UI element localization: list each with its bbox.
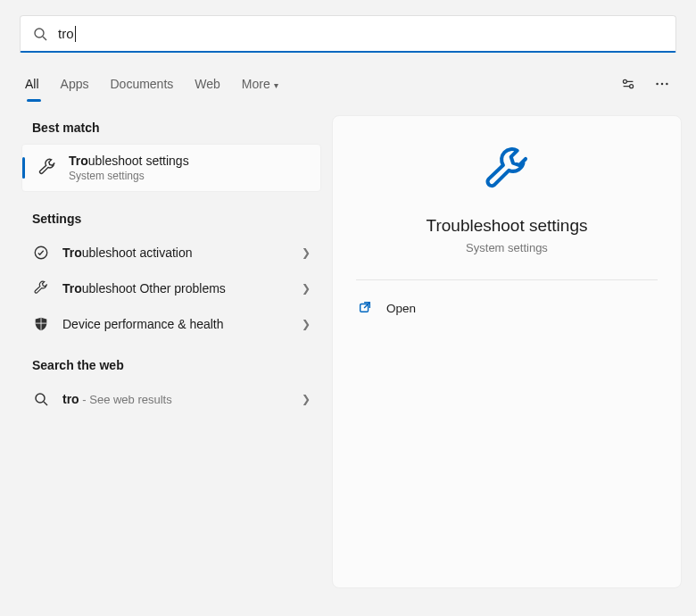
tab-label: Web	[195, 77, 220, 91]
open-external-icon	[358, 300, 374, 316]
tab-more[interactable]: More▾	[242, 71, 278, 96]
chevron-right-icon: ❯	[302, 318, 311, 330]
svg-point-2	[623, 79, 626, 83]
tab-documents[interactable]: Documents	[110, 71, 173, 96]
shield-icon	[32, 315, 50, 333]
result-label: Troubleshoot Other problems	[62, 281, 302, 296]
section-best-match-header: Best match	[21, 115, 321, 144]
svg-point-6	[666, 83, 668, 86]
wrench-icon	[37, 157, 58, 179]
section-settings-header: Settings	[21, 206, 321, 235]
settings-result-activation[interactable]: Troubleshoot activation ❯	[21, 235, 321, 271]
results-content: Best match Troubleshoot settings System …	[0, 99, 696, 588]
wrench-icon	[32, 279, 50, 297]
tab-label: All	[25, 77, 39, 91]
preview-subtitle: System settings	[466, 241, 548, 254]
chevron-down-icon: ▾	[274, 80, 278, 90]
svg-point-3	[630, 85, 634, 88]
svg-point-0	[35, 29, 44, 37]
best-match-result[interactable]: Troubleshoot settings System settings	[21, 144, 321, 192]
chevron-right-icon: ❯	[302, 393, 311, 405]
settings-result-device-health[interactable]: Device performance & health ❯	[21, 306, 321, 342]
settings-result-other-problems[interactable]: Troubleshoot Other problems ❯	[21, 271, 321, 306]
divider	[356, 279, 658, 280]
preview-title: Troubleshoot settings	[427, 216, 588, 236]
svg-point-4	[656, 83, 659, 86]
tab-label: Apps	[61, 77, 89, 91]
svg-point-5	[661, 83, 664, 86]
tab-apps[interactable]: Apps	[61, 71, 89, 96]
search-icon	[32, 390, 50, 408]
tab-label: More	[242, 77, 270, 91]
web-result[interactable]: tro - See web results ❯	[21, 381, 321, 417]
search-options-button[interactable]	[619, 75, 637, 93]
best-match-subtitle: System settings	[69, 170, 189, 182]
search-icon	[33, 27, 47, 41]
result-label: tro - See web results	[62, 392, 302, 406]
more-options-button[interactable]	[653, 75, 671, 93]
result-label: Device performance & health	[62, 317, 302, 331]
results-left-pane: Best match Troubleshoot settings System …	[21, 115, 321, 588]
section-web-header: Search the web	[21, 353, 321, 381]
tab-web[interactable]: Web	[195, 71, 220, 96]
search-tabs: All Apps Documents Web More▾	[0, 69, 696, 99]
result-label: Troubleshoot activation	[62, 246, 302, 260]
preview-pane: Troubleshoot settings System settings Op…	[332, 115, 682, 588]
best-match-title: Troubleshoot settings	[69, 154, 189, 168]
svg-line-9	[44, 402, 47, 405]
chevron-right-icon: ❯	[302, 246, 311, 259]
tab-label: Documents	[110, 77, 173, 91]
svg-point-8	[36, 394, 45, 403]
check-circle-icon	[32, 244, 50, 262]
wrench-icon	[482, 146, 532, 196]
chevron-right-icon: ❯	[302, 282, 311, 295]
action-label: Open	[386, 302, 416, 315]
tab-all[interactable]: All	[25, 71, 39, 96]
search-box[interactable]: tro	[20, 15, 676, 53]
preview-action-open[interactable]: Open	[351, 291, 663, 325]
search-query-text: tro	[58, 26, 74, 41]
svg-line-1	[43, 37, 46, 40]
